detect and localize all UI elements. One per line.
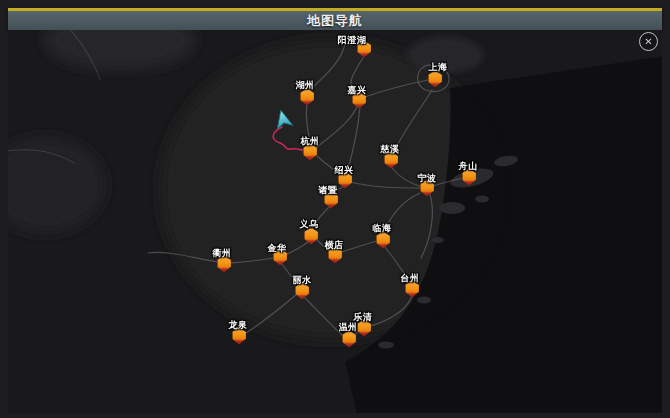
map-viewport[interactable]: 阳澄湖上海湖州嘉兴杭州慈溪舟山绍兴宁波诸暨义乌临海金华横店衢州台州丽水龙泉乐清温… bbox=[8, 30, 662, 413]
close-button[interactable]: ✕ bbox=[639, 32, 658, 51]
title-bar: 地图导航 bbox=[8, 8, 662, 30]
window-title: 地图导航 bbox=[307, 12, 363, 30]
map-terrain bbox=[8, 30, 662, 413]
close-icon: ✕ bbox=[644, 37, 652, 47]
